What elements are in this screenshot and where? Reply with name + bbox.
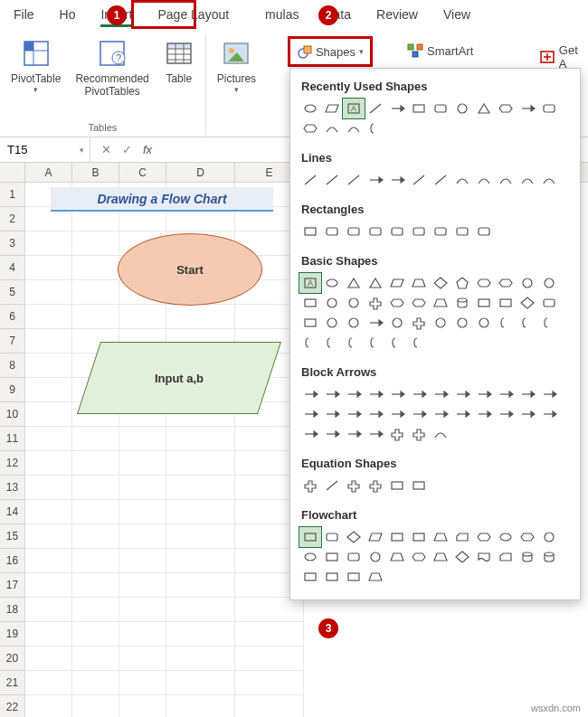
eq5[interactable]	[386, 476, 408, 495]
cell[interactable]	[166, 573, 235, 598]
b25[interactable]	[321, 313, 343, 333]
b15[interactable]	[365, 293, 386, 313]
cell[interactable]	[25, 329, 72, 354]
cell[interactable]	[72, 695, 119, 717]
ba_x1[interactable]	[408, 424, 430, 444]
cell[interactable]	[119, 500, 166, 524]
shape-rrect[interactable]	[430, 99, 451, 118]
b36[interactable]	[299, 333, 321, 353]
cell[interactable]	[119, 622, 166, 646]
fx-icon[interactable]: fx	[143, 143, 152, 156]
shape-curve[interactable]	[321, 118, 343, 138]
cell[interactable]	[72, 573, 119, 598]
line11[interactable]	[517, 170, 538, 190]
shape-hex[interactable]	[495, 99, 517, 118]
cell[interactable]	[119, 695, 166, 717]
fc15[interactable]	[365, 547, 386, 567]
b0[interactable]: A	[299, 273, 321, 293]
ba4[interactable]	[386, 384, 408, 404]
col-A[interactable]: A	[25, 163, 72, 182]
fc14[interactable]	[343, 547, 365, 567]
fc13[interactable]	[321, 547, 343, 567]
cell[interactable]	[25, 598, 72, 622]
b26[interactable]	[343, 313, 365, 333]
r8[interactable]	[451, 222, 473, 241]
r2[interactable]	[321, 222, 343, 241]
table-button[interactable]: Table	[160, 34, 198, 102]
line5[interactable]	[386, 170, 408, 190]
pivottable-button[interactable]: PivotTable ▾	[7, 34, 64, 102]
r9[interactable]	[473, 222, 495, 241]
row-4[interactable]: 4	[0, 256, 25, 280]
line4[interactable]	[365, 170, 386, 190]
cell[interactable]	[25, 695, 72, 717]
tab-view[interactable]: View	[443, 7, 470, 22]
col-C[interactable]: C	[119, 163, 166, 182]
b39[interactable]	[365, 333, 386, 353]
shape-par[interactable]	[321, 99, 343, 118]
cell[interactable]	[25, 646, 72, 671]
shapes-dropdown-button[interactable]: Shapes ▾	[291, 40, 369, 63]
row-6[interactable]: 6	[0, 305, 25, 329]
smartart-button[interactable]: SmartArt	[407, 43, 473, 58]
b3[interactable]	[365, 273, 386, 293]
ba7[interactable]	[451, 384, 473, 404]
b18[interactable]	[430, 293, 451, 313]
shape-arrow[interactable]	[386, 99, 408, 118]
b7[interactable]	[451, 273, 473, 293]
row-11[interactable]: 11	[0, 427, 25, 451]
cell[interactable]	[25, 671, 72, 695]
cell[interactable]	[72, 549, 119, 573]
ba6[interactable]	[430, 384, 451, 404]
r1[interactable]	[299, 222, 321, 241]
cell[interactable]	[25, 427, 72, 451]
b21[interactable]	[495, 293, 517, 313]
cell[interactable]	[25, 573, 72, 598]
flowchart-start-oval[interactable]: Start	[118, 233, 262, 306]
fc9[interactable]	[495, 527, 517, 547]
fc19[interactable]	[451, 547, 473, 567]
cell[interactable]	[72, 451, 119, 476]
cell[interactable]	[25, 256, 72, 280]
row-14[interactable]: 14	[0, 500, 25, 524]
cell[interactable]	[25, 524, 72, 549]
row-19[interactable]: 19	[0, 622, 25, 646]
fc18[interactable]	[430, 547, 451, 567]
cell[interactable]	[119, 598, 166, 622]
cell[interactable]	[25, 402, 72, 427]
ba2[interactable]	[343, 384, 365, 404]
cell[interactable]	[235, 695, 304, 717]
fc12[interactable]	[299, 547, 321, 567]
cell[interactable]	[25, 500, 72, 524]
b13[interactable]	[321, 293, 343, 313]
row-1[interactable]: 1	[0, 183, 25, 207]
row-21[interactable]: 21	[0, 671, 25, 695]
cell[interactable]	[166, 305, 235, 329]
fc0[interactable]	[299, 527, 321, 547]
eq2[interactable]	[321, 476, 343, 495]
ba10[interactable]	[517, 384, 538, 404]
ba19[interactable]	[451, 404, 473, 424]
fc6[interactable]	[430, 527, 451, 547]
cell[interactable]	[166, 451, 235, 476]
row-20[interactable]: 20	[0, 646, 25, 671]
cell[interactable]	[25, 451, 72, 476]
eq1[interactable]	[299, 476, 321, 495]
b14[interactable]	[343, 293, 365, 313]
b32[interactable]	[473, 313, 495, 333]
cell[interactable]	[25, 305, 72, 329]
row-13[interactable]: 13	[0, 476, 25, 500]
flowchart-input-parallelogram[interactable]: Input a,b	[89, 342, 270, 414]
pictures-button[interactable]: Pictures ▾	[213, 34, 260, 99]
shape-circ[interactable]	[451, 99, 473, 118]
b29[interactable]	[408, 313, 430, 333]
line9[interactable]	[473, 170, 495, 190]
ba9[interactable]	[495, 384, 517, 404]
cell[interactable]	[235, 622, 304, 646]
cell[interactable]	[72, 256, 119, 280]
cell[interactable]	[25, 378, 72, 402]
cell[interactable]	[72, 646, 119, 671]
fc2[interactable]	[343, 527, 365, 547]
b8[interactable]	[473, 273, 495, 293]
ba26[interactable]	[343, 424, 365, 444]
